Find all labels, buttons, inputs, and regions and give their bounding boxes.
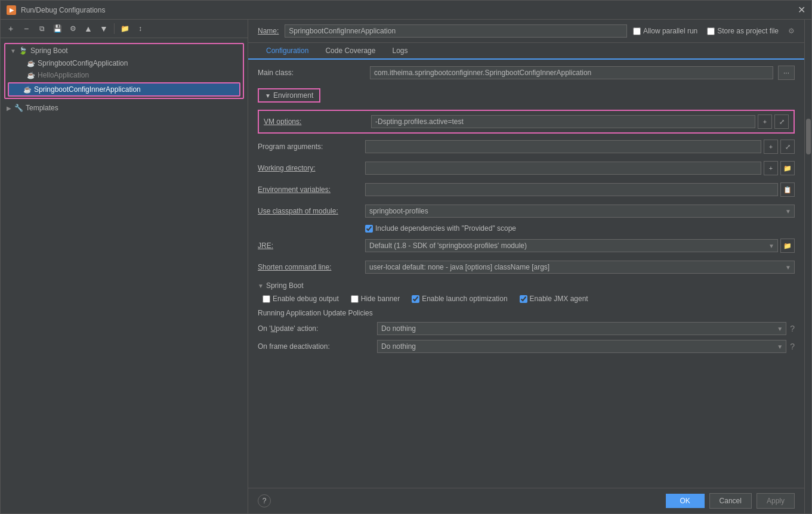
apply-button[interactable]: Apply [757,493,795,509]
working-directory-add-btn[interactable]: + [764,161,778,175]
tab-logs[interactable]: Logs [384,43,416,58]
hide-banner-label[interactable]: Hide banner [351,295,400,303]
working-directory-row: Working directory: + 📁 [258,160,795,177]
vm-options-fullscreen-button[interactable]: ⤢ [774,114,789,129]
classpath-label: Use classpath of module: [258,207,365,215]
working-directory-input[interactable] [365,162,761,175]
launch-optimization-text: Enable launch optimization [422,295,507,303]
running-app-section: Running Application Update Policies On '… [258,309,795,353]
launch-optimization-label[interactable]: Enable launch optimization [412,295,507,303]
item-label-inner: SpringbootConfigInnerApplication [34,85,141,94]
spring-boot-checkboxes: Enable debug output Hide banner Enable l… [258,295,795,303]
on-frame-deactivation-help-icon[interactable]: ? [790,342,795,351]
main-class-input[interactable] [370,66,773,79]
scroll-indicator [804,20,811,513]
hide-banner-text: Hide banner [361,295,400,303]
help-button[interactable]: ? [258,494,271,507]
tree-area: ▼ 🍃 Spring Boot ☕ SpringbootConfigApplic… [1,38,248,513]
env-variables-browse-btn[interactable]: 📋 [780,182,795,197]
allow-parallel-label[interactable]: Allow parallel run [633,27,697,35]
debug-output-checkbox[interactable] [263,295,270,303]
jre-dropdown[interactable]: Default (1.8 - SDK of 'springboot-profil… [365,239,778,252]
tabs: Configuration Code Coverage Logs [248,43,804,60]
bottom-bar: ? OK Cancel Apply [248,488,804,513]
allow-parallel-checkbox[interactable] [633,27,641,35]
tree-item-springboot-config[interactable]: ☕ SpringbootConfigApplication [5,57,243,69]
save-button[interactable]: 💾 [51,22,64,35]
launch-optimization-checkbox[interactable] [412,295,419,303]
spring-boot-label: Spring Boot [30,47,68,55]
add-button[interactable]: + [4,22,17,35]
tree-item-templates[interactable]: ▶ 🔧 Templates [1,101,248,114]
shorten-cmd-dropdown[interactable]: user-local default: none - java [options… [365,261,795,274]
environment-section-header[interactable]: ▼ Environment [258,88,320,103]
env-variables-input[interactable] [365,183,778,196]
move-up-button[interactable]: ▲ [82,22,95,35]
main-class-browse-button[interactable]: ··· [778,66,795,80]
cancel-button[interactable]: Cancel [709,493,752,509]
name-label: Name: [258,27,279,35]
title-bar: ▶ Run/Debug Configurations ✕ [1,1,811,20]
vm-options-row: VM options: + ⤢ [264,113,789,130]
store-as-project-label[interactable]: Store as project file [707,27,779,35]
spring-boot-group: ▼ 🍃 Spring Boot ☕ SpringbootConfigApplic… [4,43,244,99]
move-down-button[interactable]: ▼ [97,22,110,35]
environment-collapse-icon: ▼ [265,92,271,99]
spring-boot-header[interactable]: ▼ 🍃 Spring Boot [5,44,243,57]
jre-row: JRE: Default (1.8 - SDK of 'springboot-p… [258,237,795,254]
config-area: Main class: ··· ▼ Environment VM options… [248,60,804,488]
copy-button[interactable]: ⧉ [35,22,48,35]
hide-banner-checkbox[interactable] [351,295,359,303]
close-button[interactable]: ✕ [798,4,805,16]
include-deps-row: Include dependencies with "Provided" sco… [258,224,795,233]
settings-button[interactable]: ⚙ [66,22,79,35]
tree-item-hello[interactable]: ☕ HelloApplication [5,69,243,81]
tab-configuration[interactable]: Configuration [258,43,317,60]
classpath-row: Use classpath of module: springboot-prof… [258,203,795,219]
debug-output-label[interactable]: Enable debug output [263,295,339,303]
vm-options-label: VM options: [264,117,371,126]
tab-code-coverage[interactable]: Code Coverage [317,43,384,58]
left-panel: + − ⧉ 💾 ⚙ ▲ ▼ 📁 ↕ ▼ 🍃 Spring Boot [1,20,248,513]
dialog-icon: ▶ [7,5,16,15]
on-update-help-icon[interactable]: ? [790,324,795,333]
vm-options-section: VM options: + ⤢ [258,110,795,134]
name-input[interactable] [285,24,627,38]
running-app-title: Running Application Update Policies [258,309,795,317]
run-debug-dialog: ▶ Run/Debug Configurations ✕ + − ⧉ 💾 ⚙ ▲… [0,0,812,514]
sort-button[interactable]: ↕ [134,22,147,35]
right-panel: Name: Allow parallel run Store as projec… [248,20,804,513]
remove-button[interactable]: − [20,22,33,35]
item-label-hello: HelloApplication [38,71,89,79]
program-arguments-label: Program arguments: [258,143,365,151]
classpath-dropdown[interactable]: springboot-profiles [365,205,795,218]
include-deps-label[interactable]: Include dependencies with "Provided" sco… [365,224,516,233]
store-as-project-checkbox[interactable] [707,27,715,35]
program-arguments-input[interactable] [365,140,761,153]
name-row: Name: Allow parallel run Store as projec… [248,20,804,43]
jmx-agent-checkbox[interactable] [520,295,527,303]
include-deps-checkbox[interactable] [365,225,373,233]
templates-label: Templates [26,104,58,112]
folder-button[interactable]: 📁 [118,22,131,35]
vm-options-input[interactable] [371,115,755,128]
dialog-title: Run/Debug Configurations [21,6,105,14]
jmx-agent-label[interactable]: Enable JMX agent [520,295,588,303]
gear-icon[interactable]: ⚙ [788,27,795,35]
scroll-thumb[interactable] [806,119,811,154]
debug-output-text: Enable debug output [273,295,339,303]
on-update-label: On 'Update' action: [258,324,377,333]
tree-item-inner-selected[interactable]: ☕ SpringbootConfigInnerApplication [8,82,240,97]
ok-button[interactable]: OK [666,494,705,508]
program-arguments-fullscreen-btn[interactable]: ⤢ [780,140,795,154]
program-arguments-row: Program arguments: + ⤢ [258,138,795,155]
spring-boot-section-arrow: ▼ [258,283,264,289]
program-arguments-expand-btn[interactable]: + [764,140,778,154]
on-frame-deactivation-dropdown[interactable]: Do nothing [377,340,786,353]
shorten-command-line-row: Shorten command line: user-local default… [258,259,795,275]
working-directory-browse-btn[interactable]: 📁 [780,161,795,175]
vm-options-expand-button[interactable]: + [758,114,772,129]
jre-browse-btn[interactable]: 📁 [780,239,795,253]
env-variables-label: Environment variables: [258,185,365,194]
on-update-dropdown[interactable]: Do nothing [377,322,786,335]
